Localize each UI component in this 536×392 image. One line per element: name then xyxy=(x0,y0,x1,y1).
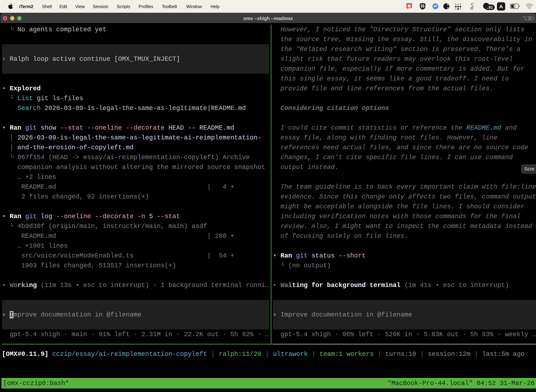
svg-text:1: 1 xyxy=(532,16,534,20)
